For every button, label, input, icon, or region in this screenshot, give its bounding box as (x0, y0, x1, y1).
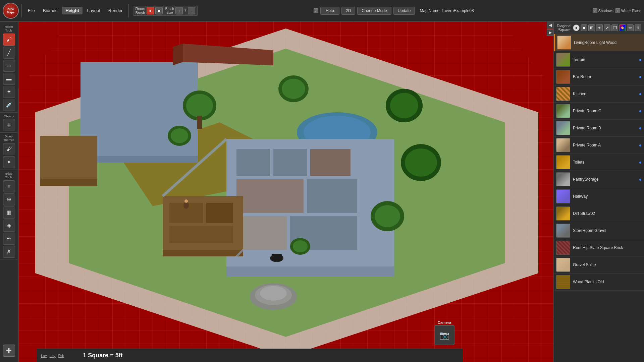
update-btn[interactable]: Update (393, 7, 415, 15)
main-canvas[interactable]: Lay Lay Rdr 1 Square = 5ft Camera 📷 (18, 22, 553, 362)
layer-livingroom-wrapper: LivingRoom Light Wood (554, 34, 644, 51)
edge-tool-6[interactable]: ✗ (3, 246, 15, 258)
menu-biomes[interactable]: Biomes (40, 7, 61, 14)
brush-circle-btn[interactable]: ● (147, 7, 154, 14)
status-tab-lay1[interactable]: Lay (41, 354, 47, 358)
svg-marker-11 (226, 266, 394, 277)
help-checkbox[interactable]: ✓ (314, 8, 318, 13)
layer-toilets[interactable]: Toilets (554, 154, 644, 171)
edge-tool-5[interactable]: ✒ (3, 233, 15, 245)
svg-point-30 (282, 79, 305, 99)
layer-pantry[interactable]: PantryStorage (554, 171, 644, 188)
shadows-checkbox[interactable]: ✓ (593, 8, 597, 13)
layer-livingroom-name: LivingRoom Light Wood (574, 40, 642, 45)
menubar: RPG Maps File Biomes Height Layout Rende… (0, 0, 644, 22)
view-color-btn[interactable]: 🎨 (619, 24, 626, 31)
layer-kitchen[interactable]: Kitchen (554, 85, 644, 103)
eyedropper-tool[interactable]: 💉 (3, 99, 15, 111)
view-copy-btn[interactable]: ❒ (611, 24, 618, 31)
sidebar-top-controls: Diagonal /Square ● ■ ⊞ + ⤢ ❒ 🎨 ✏ ℹ (554, 22, 644, 34)
menu-file[interactable]: File (24, 7, 38, 14)
terrain-dot (639, 59, 641, 61)
edge-tool-3[interactable]: ▦ (3, 206, 15, 219)
app-logo: RPG Maps (3, 3, 19, 19)
layer-bar-room-name: Bar Room (573, 74, 642, 79)
paint-tool[interactable]: 🖌 (3, 34, 15, 46)
svg-rect-15 (236, 179, 304, 213)
view-info-btn[interactable]: ℹ (635, 24, 641, 31)
2d-btn[interactable]: 2D (341, 7, 355, 15)
edge-tool-2[interactable]: ⊕ (3, 193, 15, 205)
svg-rect-24 (206, 203, 233, 223)
svg-point-40 (293, 240, 308, 252)
view-edit-btn[interactable]: ✏ (627, 24, 634, 31)
edge-tool-1[interactable]: ≡ (3, 180, 15, 192)
view-grid-btn[interactable]: ⊞ (588, 24, 595, 31)
layer-gravel[interactable]: Gravel Sulite (554, 256, 644, 274)
theme-paint-tool[interactable]: 🖌 (3, 143, 15, 155)
right-sidebar: Diagonal /Square ● ■ ⊞ + ⤢ ❒ 🎨 ✏ ℹ Livin… (553, 22, 644, 362)
layer-wood-thumb (556, 275, 570, 289)
rect-fill-tool[interactable]: ▬ (3, 73, 15, 85)
layer-storeroom-thumb (556, 224, 570, 238)
menu-height[interactable]: Height (62, 7, 82, 14)
edge-tool-4[interactable]: ◈ (3, 220, 15, 232)
layer-livingroom[interactable]: LivingRoom Light Wood (554, 34, 644, 51)
layer-private-a-name: Private Room A (573, 143, 642, 147)
svg-rect-17 (236, 216, 287, 250)
layer-bar-room[interactable]: Bar Room (554, 68, 644, 85)
nav-arrow-left[interactable]: ◀ (547, 22, 553, 28)
layer-terrain-thumb (556, 53, 570, 67)
layer-dirt[interactable]: Dirt Straw02 (554, 205, 644, 222)
change-mode-btn[interactable]: Change Mode (357, 7, 391, 15)
room-brush-group: Room Brush ● ■ Brush Size + 7 − (133, 6, 197, 16)
view-move-btn[interactable]: ⤢ (604, 24, 610, 31)
select-tool[interactable]: ✦ (3, 86, 15, 98)
layer-dirt-name: Dirt Straw02 (573, 211, 642, 216)
brush-increase-btn[interactable]: + (175, 7, 183, 14)
add-tool[interactable]: ✚ (3, 345, 15, 357)
brush-size-label2: Size (166, 11, 173, 14)
layer-bar-room-wrapper: Bar Room (554, 68, 644, 85)
map-name-label: Map Name: TavernExample08 (417, 7, 476, 14)
layer-wood-name: Wood Planks Old (573, 280, 642, 284)
layer-roof[interactable]: Roof Hip Slate Square Brick (554, 239, 644, 256)
objects-label: Objects (4, 115, 14, 118)
room-tools-label: RoomTools (5, 25, 13, 33)
objects-tool[interactable]: ✛ (3, 119, 15, 131)
rect-outline-tool[interactable]: ▭ (3, 60, 15, 72)
svg-point-34 (405, 148, 437, 177)
camera-icon[interactable]: 📷 (434, 325, 454, 345)
svg-point-27 (186, 94, 213, 117)
layer-terrain[interactable]: Terrain (554, 51, 644, 68)
layer-terrain-name: Terrain (573, 57, 642, 62)
layer-private-a[interactable]: Private Room A (554, 137, 644, 154)
layer-private-b[interactable]: Private Room B (554, 120, 644, 137)
center-toolbar: ✓ :Help: 2D Change Mode Update Map Name:… (199, 7, 591, 15)
layer-hallway[interactable]: HallWay (554, 188, 644, 205)
diagonal-square-label: Diagonal /Square (557, 24, 571, 32)
nav-arrow-right[interactable]: ▶ (547, 29, 553, 36)
water-plane-checkbox[interactable]: ✓ (615, 8, 620, 13)
brush-square-btn[interactable]: ■ (155, 7, 163, 14)
layer-wood[interactable]: Wood Planks Old (554, 274, 644, 291)
svg-rect-12 (236, 149, 270, 176)
help-btn[interactable]: :Help: (320, 7, 339, 15)
layer-hallway-wrapper: HallWay (554, 188, 644, 205)
view-circle-btn[interactable]: ● (573, 24, 580, 31)
layer-private-c[interactable]: Private Room C (554, 103, 644, 120)
room-tools-section: RoomTools 🖌 ╱ ▭ ▬ ✦ 💉 (0, 24, 18, 113)
status-tab-rdr[interactable]: Rdr (58, 354, 64, 358)
layer-storeroom[interactable]: StoreRoom Gravel (554, 222, 644, 239)
layer-private-c-wrapper: Private Room C (554, 103, 644, 120)
brush-label: Brush (136, 11, 145, 15)
theme-pick-tool[interactable]: ✦ (3, 156, 15, 168)
line-tool[interactable]: ╱ (3, 47, 15, 59)
status-tab-lay2[interactable]: Lay (50, 354, 56, 358)
brush-decrease-btn[interactable]: − (188, 7, 195, 14)
view-square-btn[interactable]: ■ (581, 24, 587, 31)
menu-render[interactable]: Render (105, 7, 126, 14)
menu-layout[interactable]: Layout (84, 7, 104, 14)
view-add-btn[interactable]: + (596, 24, 603, 31)
svg-marker-20 (40, 179, 97, 186)
